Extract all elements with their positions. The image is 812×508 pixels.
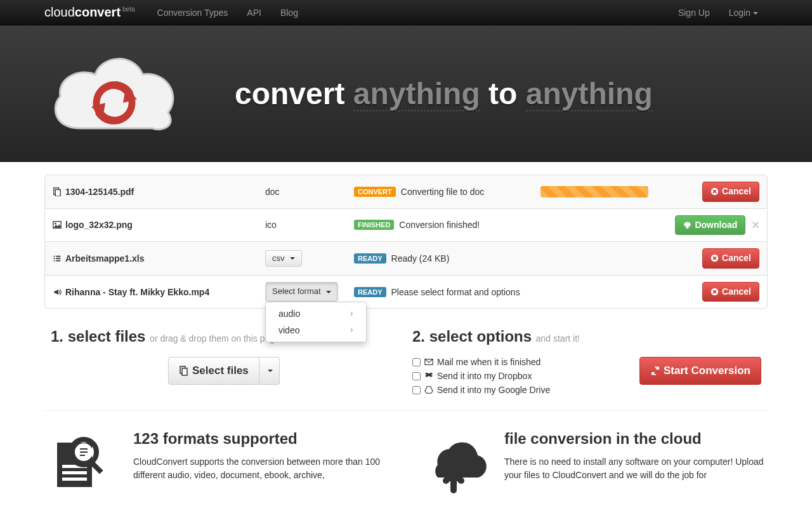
feature-formats: 123 formats supported CloudConvert suppo… xyxy=(44,430,396,493)
list-icon xyxy=(53,254,62,263)
feature-body: There is no need to install any software… xyxy=(504,455,768,482)
status-text: Converting file to doc xyxy=(401,187,485,197)
chevron-right-icon xyxy=(351,328,353,333)
brand-bold: convert xyxy=(75,5,121,19)
magnifier-doc-icon xyxy=(44,430,121,493)
nav-links: Conversion Types API Blog xyxy=(148,0,308,25)
section-select-options: 2. select options and start it! Mail me … xyxy=(406,328,768,385)
nav-conversion-types[interactable]: Conversion Types xyxy=(148,0,238,25)
audio-icon xyxy=(53,288,62,297)
files-icon xyxy=(179,366,189,376)
download-icon xyxy=(683,221,691,229)
file-format: doc xyxy=(265,187,354,197)
select-files-button[interactable]: Select files xyxy=(168,357,259,385)
status-text: Please select format and options xyxy=(391,287,520,297)
feature-body: CloudConvert supports the conversion bet… xyxy=(133,455,396,482)
select-files-dropdown-toggle[interactable] xyxy=(259,357,280,385)
caret-icon xyxy=(268,370,273,372)
brand-link[interactable]: cloudconvertbeta xyxy=(44,5,135,20)
svg-point-4 xyxy=(55,223,56,225)
nav-api[interactable]: API xyxy=(237,0,271,25)
svg-rect-13 xyxy=(62,478,87,481)
cancel-button[interactable]: Cancel xyxy=(702,282,759,302)
navbar: cloudconvertbeta Conversion Types API Bl… xyxy=(0,0,812,25)
progress-bar xyxy=(540,186,648,197)
status-badge: READY xyxy=(354,287,386,297)
file-name: Rihanna - Stay ft. Mikky Ekko.mp4 xyxy=(65,287,209,297)
brand-beta: beta xyxy=(122,6,134,13)
close-icon[interactable]: × xyxy=(752,218,759,231)
gdrive-icon xyxy=(424,385,433,394)
file-row: Rihanna - Stay ft. Mikky Ekko.mp4 Select… xyxy=(45,276,767,309)
format-option-audio[interactable]: audio xyxy=(266,305,366,322)
image-icon xyxy=(53,220,62,229)
feature-title: file conversion in the cloud xyxy=(504,430,768,448)
cancel-button[interactable]: Cancel xyxy=(702,248,759,269)
svg-rect-1 xyxy=(55,189,60,196)
svg-rect-8 xyxy=(182,368,187,375)
option-gdrive[interactable]: Send it into my Google Drive xyxy=(412,385,761,395)
status-text: Ready (24 KB) xyxy=(391,253,450,264)
start-conversion-button[interactable]: Start Conversion xyxy=(639,357,761,385)
status-badge: FINISHED xyxy=(354,220,394,230)
nav-signup[interactable]: Sign Up xyxy=(669,0,719,25)
nav-login[interactable]: Login xyxy=(719,0,768,25)
feature-title: 123 formats supported xyxy=(133,430,396,448)
status-badge: CONVERT xyxy=(354,187,396,197)
nav-blog[interactable]: Blog xyxy=(271,0,308,25)
file-table: 1304-125145.pdf doc CONVERT Converting f… xyxy=(44,175,768,309)
caret-icon xyxy=(290,257,295,260)
cancel-icon xyxy=(710,254,719,262)
option-mail-checkbox[interactable] xyxy=(412,358,421,366)
option-dropbox-checkbox[interactable] xyxy=(412,372,421,380)
cancel-icon xyxy=(710,288,719,296)
file-name: Arbeitsmappe1.xls xyxy=(65,253,145,264)
cancel-button[interactable]: Cancel xyxy=(702,182,759,202)
caret-icon xyxy=(753,12,758,15)
format-select-button[interactable]: csv xyxy=(265,250,302,267)
file-name: logo_32x32.png xyxy=(65,220,133,230)
file-row: logo_32x32.png ico FINISHED Conversion f… xyxy=(45,209,767,243)
file-row: 1304-125145.pdf doc CONVERT Converting f… xyxy=(45,175,767,209)
format-dropdown: audio video xyxy=(265,302,367,342)
file-name: 1304-125145.pdf xyxy=(65,187,134,197)
cloud-logo xyxy=(44,46,184,141)
option-gdrive-checkbox[interactable] xyxy=(412,386,421,394)
hero: convert anything to anything xyxy=(0,25,812,162)
svg-rect-12 xyxy=(62,471,87,474)
format-option-video[interactable]: video xyxy=(266,322,366,338)
download-button[interactable]: Download xyxy=(675,215,745,236)
caret-icon xyxy=(326,291,331,293)
format-select-button[interactable]: Select format xyxy=(265,282,338,301)
file-format: ico xyxy=(265,220,354,230)
tagline: convert anything to anything xyxy=(235,76,653,111)
status-text: Conversion finished! xyxy=(399,220,480,230)
mail-icon xyxy=(424,358,433,366)
brand-light: cloud xyxy=(44,5,75,19)
refresh-icon xyxy=(650,366,660,376)
chevron-right-icon xyxy=(351,311,353,316)
feature-cloud: file conversion in the cloud There is no… xyxy=(416,430,768,493)
file-row: Arbeitsmappe1.xls csv READY Ready (24 KB… xyxy=(45,242,767,276)
status-badge: READY xyxy=(354,253,386,264)
divider xyxy=(44,410,768,411)
cancel-icon xyxy=(710,187,719,196)
section-title: 2. select options and start it! xyxy=(412,328,761,345)
cloud-upload-icon xyxy=(416,430,492,493)
dropbox-icon xyxy=(424,371,433,380)
copy-icon xyxy=(53,187,62,196)
